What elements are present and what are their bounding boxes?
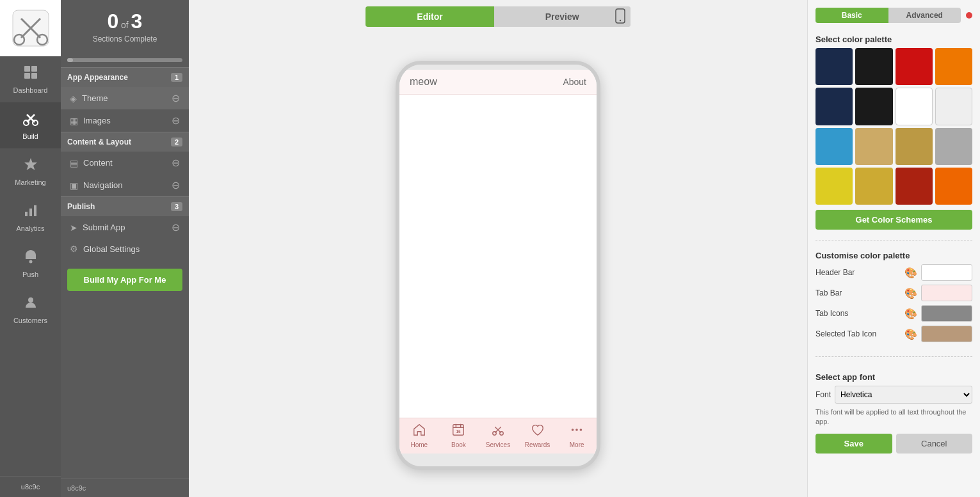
phone-wrapper: meow About Home bbox=[189, 33, 807, 497]
app-about: About bbox=[563, 77, 586, 87]
tab-bar-row: Tab Bar 🎨 bbox=[815, 285, 972, 301]
sidebar-item-content[interactable]: ▤ Content ⊖ bbox=[61, 152, 189, 174]
tab-icons-color-picker[interactable]: 🎨 bbox=[904, 308, 917, 320]
color-swatch-6[interactable] bbox=[896, 88, 933, 125]
sidebar-item-navigation-label: Navigation bbox=[83, 180, 122, 190]
submit-app-icon: ➤ bbox=[70, 223, 77, 233]
sidebar: 0 of 3 Sections Complete App Appearance … bbox=[61, 0, 189, 497]
color-swatch-2[interactable] bbox=[896, 48, 933, 85]
svg-rect-8 bbox=[31, 73, 37, 79]
color-swatch-15[interactable] bbox=[935, 168, 972, 205]
section-title-publish: Publish 3 bbox=[61, 196, 189, 216]
navigation-minus-btn[interactable]: ⊖ bbox=[172, 179, 180, 191]
section-title-label-publish: Publish bbox=[67, 202, 95, 211]
sections-total: 3 bbox=[131, 10, 143, 33]
theme-minus-btn[interactable]: ⊖ bbox=[172, 92, 180, 104]
svg-point-12 bbox=[33, 120, 38, 125]
color-swatch-12[interactable] bbox=[815, 168, 853, 205]
basic-tab[interactable]: Basic bbox=[815, 8, 888, 23]
divider-2 bbox=[815, 356, 972, 357]
build-icon bbox=[23, 111, 38, 130]
sidebar-item-submit-app[interactable]: ➤ Submit App ⊖ bbox=[61, 216, 189, 239]
font-select[interactable]: Helvetica Arial Times New Roman Georgia … bbox=[835, 386, 972, 404]
build-my-app-button[interactable]: Build My App For Me bbox=[67, 269, 182, 291]
header-bar-color-picker[interactable]: 🎨 bbox=[904, 267, 917, 279]
color-swatch-7[interactable] bbox=[935, 88, 972, 125]
nav-item-customers[interactable]: Customers bbox=[0, 287, 61, 333]
book-tab-label: Book bbox=[451, 441, 466, 448]
global-settings-icon: ⚙ bbox=[70, 244, 78, 254]
color-swatch-11[interactable] bbox=[935, 128, 972, 165]
selected-tab-icon-color-input[interactable] bbox=[921, 326, 972, 342]
logo-icon bbox=[12, 9, 50, 47]
svg-point-31 bbox=[572, 429, 574, 431]
color-swatch-8[interactable] bbox=[815, 128, 853, 165]
nav-item-build[interactable]: Build bbox=[0, 102, 61, 148]
sidebar-item-theme[interactable]: ◈ Theme ⊖ bbox=[61, 87, 189, 109]
tab-bar-services[interactable]: Services bbox=[478, 418, 518, 454]
tab-bar-book[interactable]: 16 Book bbox=[439, 418, 479, 454]
svg-point-32 bbox=[575, 429, 578, 431]
color-swatch-3[interactable] bbox=[935, 48, 972, 85]
svg-rect-14 bbox=[25, 212, 28, 216]
advanced-tab[interactable]: Advanced bbox=[888, 8, 961, 23]
color-swatch-10[interactable] bbox=[896, 128, 933, 165]
submit-app-minus-btn[interactable]: ⊖ bbox=[172, 221, 180, 233]
nav-item-marketing[interactable]: Marketing bbox=[0, 148, 61, 194]
svg-point-11 bbox=[24, 120, 29, 125]
phone-icon-area[interactable] bbox=[613, 8, 628, 26]
select-color-palette-header: Select color palette bbox=[815, 35, 972, 44]
preview-tab[interactable]: Preview bbox=[494, 6, 631, 27]
app-title: meow bbox=[410, 76, 437, 88]
content-minus-btn[interactable]: ⊖ bbox=[172, 157, 180, 169]
get-color-schemes-button[interactable]: Get Color Schemes bbox=[815, 210, 972, 230]
tab-icons-color-input[interactable] bbox=[921, 305, 972, 322]
section-badge-publish: 3 bbox=[171, 202, 182, 211]
editor-tab[interactable]: Editor bbox=[365, 6, 494, 27]
tab-bar-rewards[interactable]: Rewards bbox=[518, 418, 558, 454]
svg-rect-7 bbox=[24, 73, 30, 79]
color-swatch-1[interactable] bbox=[855, 48, 892, 85]
selected-tab-icon-color-picker[interactable]: 🎨 bbox=[904, 328, 917, 340]
tab-bar-more[interactable]: More bbox=[557, 418, 597, 454]
nav-item-analytics[interactable]: Analytics bbox=[0, 194, 61, 241]
sidebar-item-global-settings[interactable]: ⚙ Global Settings bbox=[61, 239, 189, 259]
color-swatch-13[interactable] bbox=[855, 168, 892, 205]
sidebar-item-navigation[interactable]: ▣ Navigation ⊖ bbox=[61, 174, 189, 196]
save-cancel-row: Save Cancel bbox=[815, 434, 972, 454]
red-dot bbox=[966, 12, 972, 19]
svg-point-18 bbox=[29, 260, 32, 264]
book-tab-icon: 16 bbox=[451, 423, 465, 440]
progress-bar bbox=[67, 58, 182, 62]
color-swatch-0[interactable] bbox=[815, 48, 853, 85]
selected-tab-icon-row: Selected Tab Icon 🎨 bbox=[815, 326, 972, 342]
progress-bar-fill bbox=[67, 58, 73, 62]
dashboard-icon bbox=[23, 65, 38, 84]
color-swatch-14[interactable] bbox=[896, 168, 933, 205]
phone-frame: meow About Home bbox=[396, 61, 600, 470]
color-swatch-4[interactable] bbox=[815, 88, 853, 125]
nav-label-push: Push bbox=[22, 271, 38, 278]
header-bar-color-input[interactable] bbox=[921, 264, 972, 281]
tab-bar-home[interactable]: Home bbox=[399, 418, 439, 454]
section-group-publish: Publish 3 ➤ Submit App ⊖ ⚙ Global Settin… bbox=[61, 196, 189, 259]
app-tab-bar: Home 16 Book bbox=[399, 418, 597, 454]
right-panel: Basic Advanced Select color palette Get … bbox=[807, 0, 980, 497]
cancel-button[interactable]: Cancel bbox=[896, 434, 973, 454]
section-title-label-content-layout: Content & Layout bbox=[67, 138, 131, 146]
nav-item-dashboard[interactable]: Dashboard bbox=[0, 56, 61, 102]
device-icon bbox=[613, 8, 628, 24]
images-minus-btn[interactable]: ⊖ bbox=[172, 114, 180, 127]
tab-bar-color-input[interactable] bbox=[921, 285, 972, 301]
app-header: meow About bbox=[399, 70, 597, 95]
nav-item-push[interactable]: Push bbox=[0, 241, 61, 287]
select-app-font-header: Select app font bbox=[815, 372, 972, 382]
color-swatch-9[interactable] bbox=[855, 128, 892, 165]
sidebar-item-images[interactable]: ▦ Images ⊖ bbox=[61, 109, 189, 132]
more-tab-icon bbox=[570, 423, 584, 440]
font-row: Font Helvetica Arial Times New Roman Geo… bbox=[815, 386, 972, 404]
tab-bar-color-picker[interactable]: 🎨 bbox=[904, 287, 917, 299]
color-swatch-5[interactable] bbox=[855, 88, 892, 125]
save-button[interactable]: Save bbox=[815, 434, 892, 454]
logo-area bbox=[0, 0, 61, 56]
